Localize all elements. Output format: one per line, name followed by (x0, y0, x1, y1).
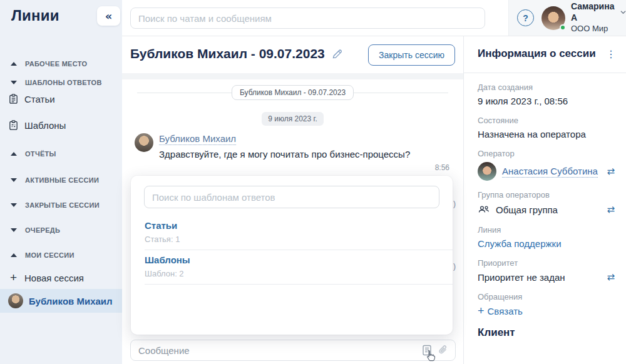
operator-row: Анастасия Субботина ⇄ (478, 162, 615, 181)
date-chip: 9 июля 2023 г. (262, 112, 324, 126)
templates-list: Статьи Статья: 1 Шаблоны Шаблон: 2 (145, 216, 453, 285)
sidebar-item-reports[interactable]: ОТЧЁТЫ (0, 145, 122, 163)
line-link[interactable]: Служба поддержки (478, 238, 562, 249)
field-label-line: Линия (478, 225, 615, 235)
triangle-down-icon (11, 81, 17, 84)
edit-pencil-icon[interactable] (331, 48, 343, 60)
sidebar-item-answer-templates[interactable]: ШАБЛОНЫ ОТВЕТОВ (0, 74, 122, 91)
sidebar-item-workspace[interactable]: РАБОЧЕЕ МЕСТО (0, 55, 122, 73)
client-section-heading: Клиент (478, 326, 615, 339)
templates-icon (8, 120, 19, 131)
user-meta: Самарина А ООО Мир (571, 1, 626, 34)
global-search-input[interactable] (130, 8, 485, 29)
field-value-state: Назначена на оператора (478, 129, 615, 139)
message-author-avatar (135, 133, 153, 152)
templates-group-articles: Статьи Статья: 1 (145, 216, 453, 250)
user-name: Самарина А (571, 1, 618, 23)
session-avatar (8, 293, 23, 308)
help-icon: ? (523, 13, 528, 23)
field-label-appeals: Обращения (478, 292, 615, 301)
articles-icon (8, 94, 19, 104)
message-author-link[interactable]: Бубликов Михаил (159, 133, 236, 145)
sidebar: Линии « РАБОЧЕЕ МЕСТО ШАБЛОНЫ ОТВЕТОВ Ст… (0, 0, 122, 364)
collapse-icon: « (105, 9, 113, 23)
templates-search-input[interactable] (144, 186, 439, 208)
plus-icon: + (478, 305, 485, 316)
templates-picker-icon[interactable] (421, 344, 433, 356)
priority-row: Приоритет не задан ⇄ (478, 271, 615, 283)
sidebar-collapse-button[interactable]: « (97, 6, 120, 26)
field-value-created: 9 июля 2023 г., 08:56 (478, 96, 615, 106)
triangle-down-icon (11, 228, 17, 232)
sidebar-item-session-bublikov[interactable]: Бубликов Михаил (0, 289, 122, 313)
triangle-down-icon (11, 178, 17, 182)
sidebar-item-closed-sessions[interactable]: ЗАКРЫТЫЕ СЕССИИ (0, 196, 122, 214)
session-divider: Бубликов Михаил - 09.07.2023 (137, 84, 448, 101)
sidebar-item-queue[interactable]: ОЧЕРЕДЬ (0, 221, 122, 239)
kebab-menu-icon[interactable]: ⋮ (603, 48, 618, 60)
app-title: Линии (11, 7, 59, 24)
link-appeal-button[interactable]: + Связать (478, 305, 615, 316)
user-company: ООО Мир (571, 24, 626, 34)
sidebar-item-active-sessions[interactable]: АКТИВНЫЕ СЕССИИ (0, 171, 122, 189)
field-label-operator-group: Группа операторов (478, 190, 615, 200)
swap-group-icon[interactable]: ⇄ (607, 204, 615, 215)
triangle-up-icon (11, 152, 17, 156)
user-area: ? Самарина А ООО Мир (508, 0, 626, 36)
chat-header: Бубликов Михаил - 09.07.2023 Закрыть сес… (122, 36, 463, 73)
group-people-icon (478, 203, 490, 216)
priority-value: Приоритет не задан (478, 272, 565, 283)
close-session-button[interactable]: Закрыть сессию (368, 44, 455, 66)
field-label-state: Состояние (478, 116, 615, 125)
message-time: 8:56 (435, 163, 449, 172)
templates-popup: Статьи Статья: 1 Шаблоны Шаблон: 2 (131, 176, 453, 335)
obscured-text-fragment: ) (453, 200, 456, 208)
group-title-link[interactable]: Шаблоны (145, 255, 453, 265)
triangle-up-icon (11, 253, 17, 257)
session-divider-chip: Бубликов Михаил - 09.07.2023 (232, 85, 354, 100)
chat-message: Бубликов Михаил Здравствуйте, где я могу… (135, 133, 410, 159)
session-info-title: Информация о сессии (478, 48, 596, 60)
help-button[interactable]: ? (517, 9, 534, 26)
sidebar-item-articles[interactable]: Статьи (0, 90, 122, 108)
sidebar-item-templates[interactable]: Шаблоны (0, 116, 122, 134)
session-info-panel: Информация о сессии ⋮ Дата создания 9 ию… (463, 36, 626, 364)
attach-paperclip-icon[interactable] (437, 344, 449, 356)
user-menu[interactable]: Самарина А (571, 1, 626, 23)
session-info-header: Информация о сессии ⋮ (464, 36, 626, 73)
group-title-link[interactable]: Статьи (145, 220, 453, 231)
obscured-text-fragment: ) (453, 262, 456, 271)
group-item[interactable]: Статья: 1 (145, 235, 453, 244)
message-text: Здравствуйте, где я могу почитать про би… (159, 149, 410, 159)
message-input-area (130, 340, 456, 361)
message-input[interactable] (130, 340, 456, 361)
sidebar-item-my-sessions[interactable]: МОИ СЕССИИ (0, 246, 122, 264)
group-item[interactable]: Шаблон: 2 (145, 269, 453, 278)
swap-priority-icon[interactable]: ⇄ (607, 271, 615, 283)
sidebar-item-new-session[interactable]: + Новая сессия (0, 269, 122, 286)
operator-avatar (478, 162, 496, 181)
plus-icon: + (8, 271, 19, 285)
triangle-up-icon (11, 62, 17, 66)
templates-group-templates: Шаблоны Шаблон: 2 (145, 250, 453, 285)
field-label-priority: Приоритет (478, 258, 615, 268)
field-label-created: Дата создания (478, 83, 615, 92)
swap-operator-icon[interactable]: ⇄ (607, 166, 615, 177)
user-avatar[interactable] (541, 6, 565, 30)
chat-title: Бубликов Михаил - 09.07.2023 (130, 46, 325, 61)
operator-group-value: Общая группа (496, 205, 558, 215)
operator-link[interactable]: Анастасия Субботина (502, 166, 598, 178)
online-status-dot (560, 24, 566, 31)
chevron-down-icon (620, 10, 626, 14)
triangle-down-icon (11, 203, 17, 207)
field-label-operator: Оператор (478, 149, 615, 158)
topbar: ? Самарина А ООО Мир (122, 0, 626, 36)
operator-group-row: Общая группа ⇄ (478, 203, 615, 216)
